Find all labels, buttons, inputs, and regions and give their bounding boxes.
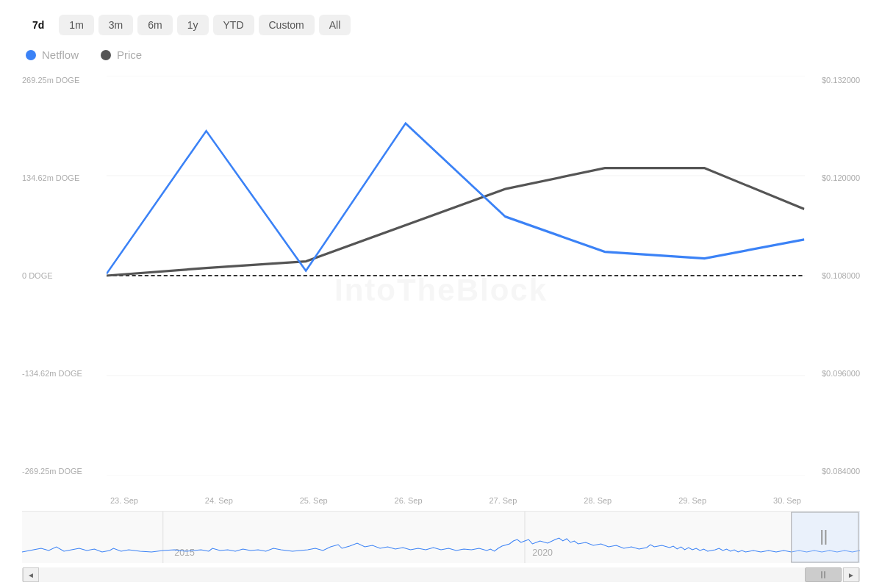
y-right-0: $0.132000 bbox=[822, 76, 860, 85]
time-range-selector: 7d1m3m6m1yYTDCustomAll bbox=[22, 15, 860, 35]
svg-rect-6 bbox=[22, 512, 860, 563]
time-btn-7d[interactable]: 7d bbox=[22, 15, 54, 35]
y-right-1: $0.120000 bbox=[822, 173, 860, 182]
svg-text:2020: 2020 bbox=[532, 548, 553, 558]
netflow-dot bbox=[26, 50, 36, 60]
y-right-2: $0.108000 bbox=[822, 271, 860, 280]
thumb-line-1 bbox=[821, 571, 822, 578]
time-btn-1m[interactable]: 1m bbox=[59, 15, 93, 35]
x-label-4: 27. Sep bbox=[489, 496, 517, 505]
x-label-2: 25. Sep bbox=[300, 496, 328, 505]
svg-text:2015: 2015 bbox=[174, 548, 195, 558]
scroll-left-button[interactable]: ◄ bbox=[23, 567, 39, 582]
x-label-7: 30. Sep bbox=[773, 496, 801, 505]
time-btn-3m[interactable]: 3m bbox=[98, 15, 133, 35]
scrollbar: ◄ ► bbox=[22, 567, 860, 582]
x-axis: 23. Sep 24. Sep 25. Sep 26. Sep 27. Sep … bbox=[110, 496, 801, 505]
scroll-right-button[interactable]: ► bbox=[843, 567, 859, 582]
price-label: Price bbox=[117, 49, 142, 61]
time-btn-1y[interactable]: 1y bbox=[177, 15, 209, 35]
time-btn-all[interactable]: All bbox=[319, 15, 351, 35]
y-axis-right: $0.132000 $0.120000 $0.108000 $0.096000 … bbox=[822, 76, 860, 476]
x-label-0: 23. Sep bbox=[110, 496, 138, 505]
x-label-5: 28. Sep bbox=[584, 496, 612, 505]
chart-area: 269.25m DOGE 134.62m DOGE 0 DOGE -134.62… bbox=[22, 76, 860, 581]
mini-chart-container: 2015 2020 ◄ bbox=[22, 511, 860, 581]
main-chart-svg bbox=[107, 76, 805, 476]
y-left-1: 134.62m DOGE bbox=[22, 173, 82, 182]
chart-legend: Netflow Price bbox=[22, 49, 860, 61]
thumb-line-2 bbox=[824, 571, 825, 578]
scroll-thumb[interactable] bbox=[805, 567, 842, 582]
y-right-4: $0.084000 bbox=[822, 467, 860, 476]
time-btn-custom[interactable]: Custom bbox=[259, 15, 315, 35]
price-dot bbox=[101, 50, 111, 60]
x-label-3: 26. Sep bbox=[395, 496, 423, 505]
y-left-0: 269.25m DOGE bbox=[22, 76, 82, 85]
time-btn-ytd[interactable]: YTD bbox=[213, 15, 254, 35]
main-chart: 269.25m DOGE 134.62m DOGE 0 DOGE -134.62… bbox=[22, 76, 860, 505]
scroll-left-icon: ◄ bbox=[27, 571, 35, 579]
scroll-right-icon: ► bbox=[847, 571, 855, 579]
y-left-4: -269.25m DOGE bbox=[22, 467, 82, 476]
scroll-thumb-handle bbox=[821, 571, 825, 578]
time-btn-6m[interactable]: 6m bbox=[137, 15, 172, 35]
netflow-label: Netflow bbox=[42, 49, 79, 61]
main-container: 7d1m3m6m1yYTDCustomAll Netflow Price 269… bbox=[0, 0, 882, 588]
y-right-3: $0.096000 bbox=[822, 369, 860, 378]
y-axis-left: 269.25m DOGE 134.62m DOGE 0 DOGE -134.62… bbox=[22, 76, 82, 476]
legend-netflow: Netflow bbox=[26, 49, 79, 61]
y-left-3: -134.62m DOGE bbox=[22, 369, 82, 378]
netflow-line bbox=[107, 123, 804, 274]
price-line bbox=[107, 168, 804, 276]
scroll-track[interactable] bbox=[39, 567, 843, 582]
x-label-1: 24. Sep bbox=[205, 496, 233, 505]
x-label-6: 29. Sep bbox=[678, 496, 706, 505]
y-left-2: 0 DOGE bbox=[22, 271, 82, 280]
legend-price: Price bbox=[101, 49, 142, 61]
mini-chart-svg: 2015 2020 bbox=[22, 512, 860, 563]
